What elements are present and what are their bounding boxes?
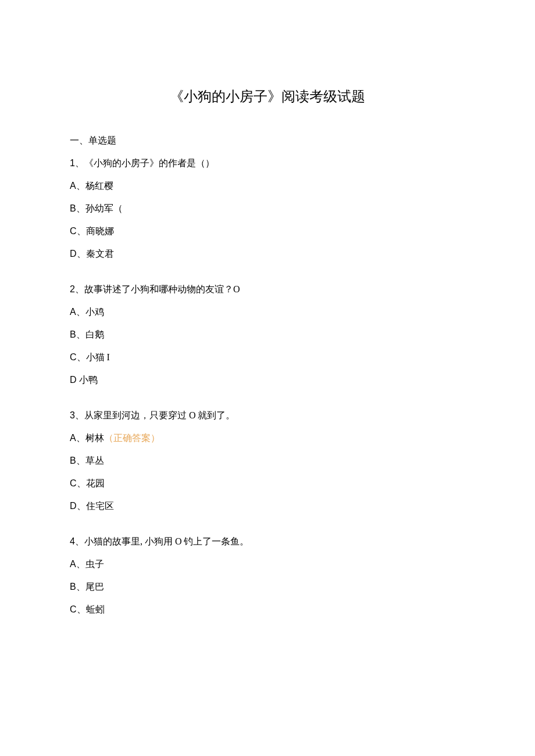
option-letter: A (70, 433, 76, 443)
section-heading: 一、单选题 (70, 135, 465, 147)
question-number: 4 (70, 536, 75, 546)
option-4b: B、尾巴 (70, 581, 465, 593)
option-text: 、草丛 (76, 456, 104, 465)
correct-answer-label: （正确答案） (104, 433, 160, 443)
question-2: 2、故事讲述了小狗和哪种动物的友谊？O (70, 284, 465, 296)
question-block-2: 2、故事讲述了小狗和哪种动物的友谊？O A、小鸡 B、白鹅 C、小猫 I D 小… (70, 284, 465, 386)
option-letter: B (70, 582, 76, 592)
option-1b: B、孙幼军（ (70, 203, 465, 215)
option-letter: D (70, 249, 77, 259)
option-3c: C、花园 (70, 478, 465, 490)
option-text: 、秦文君 (77, 249, 114, 259)
question-number: 3 (70, 410, 75, 420)
option-text: 、杨红樱 (76, 181, 113, 191)
option-letter: D (70, 501, 77, 511)
option-1d: D、秦文君 (70, 248, 465, 260)
question-number: 2 (70, 284, 75, 294)
option-2b: B、白鹅 (70, 329, 465, 341)
option-letter: A (70, 307, 76, 317)
option-letter: D (70, 375, 77, 385)
option-3d: D、住宅区 (70, 500, 465, 513)
option-text: 、小鸡 (76, 307, 104, 317)
option-2d: D 小鸭 (70, 374, 465, 386)
option-letter: C (70, 226, 77, 236)
option-letter: C (70, 604, 77, 614)
option-letter: C (70, 478, 77, 488)
option-text: 、树林 (76, 433, 104, 443)
option-text: 、商晓娜 (77, 226, 114, 236)
option-text: 、住宅区 (77, 501, 114, 511)
option-1a: A、杨红樱 (70, 180, 465, 192)
question-block-1: 1、《小狗的小房子》的作者是（） A、杨红樱 B、孙幼军（ C、商晓娜 D、秦文… (70, 157, 465, 260)
option-2a: A、小鸡 (70, 306, 465, 318)
question-block-3: 3、从家里到河边，只要穿过 O 就到了。 A、树林（正确答案） B、草丛 C、花… (70, 410, 465, 513)
option-text: 小鸭 (77, 375, 98, 385)
question-3: 3、从家里到河边，只要穿过 O 就到了。 (70, 410, 465, 422)
question-text: 、故事讲述了小狗和哪种动物的友谊？O (75, 284, 240, 294)
question-1: 1、《小狗的小房子》的作者是（） (70, 157, 465, 170)
option-text: 、小猫 I (77, 352, 110, 362)
option-letter: B (70, 203, 76, 213)
document-title: 《小狗的小房子》阅读考级试题 (70, 87, 465, 106)
option-text: 、虫子 (76, 559, 104, 569)
option-letter: B (70, 456, 76, 465)
option-letter: A (70, 559, 76, 569)
option-3b: B、草丛 (70, 455, 465, 467)
question-block-4: 4、小猫的故事里, 小狗用 O 钓上了一条鱼。 A、虫子 B、尾巴 C、蚯蚓 (70, 536, 465, 616)
question-number: 1 (70, 158, 75, 168)
question-text: 、小猫的故事里, 小狗用 O 钓上了一条鱼。 (75, 536, 249, 546)
question-text: 、《小狗的小房子》的作者是（） (75, 158, 215, 168)
option-4c: C、蚯蚓 (70, 604, 465, 616)
question-4: 4、小猫的故事里, 小狗用 O 钓上了一条鱼。 (70, 536, 465, 548)
option-text: 、蚯蚓 (77, 604, 105, 614)
option-2c: C、小猫 I (70, 352, 465, 364)
option-letter: C (70, 352, 77, 362)
option-text: 、花园 (77, 478, 105, 488)
option-text: 、白鹅 (76, 329, 104, 339)
option-3a: A、树林（正确答案） (70, 432, 465, 445)
option-text: 、孙幼军（ (76, 203, 123, 213)
option-1c: C、商晓娜 (70, 225, 465, 238)
option-text: 、尾巴 (76, 582, 104, 592)
question-text: 、从家里到河边，只要穿过 O 就到了。 (75, 410, 236, 420)
option-letter: A (70, 181, 76, 191)
option-4a: A、虫子 (70, 558, 465, 571)
option-letter: B (70, 329, 76, 339)
